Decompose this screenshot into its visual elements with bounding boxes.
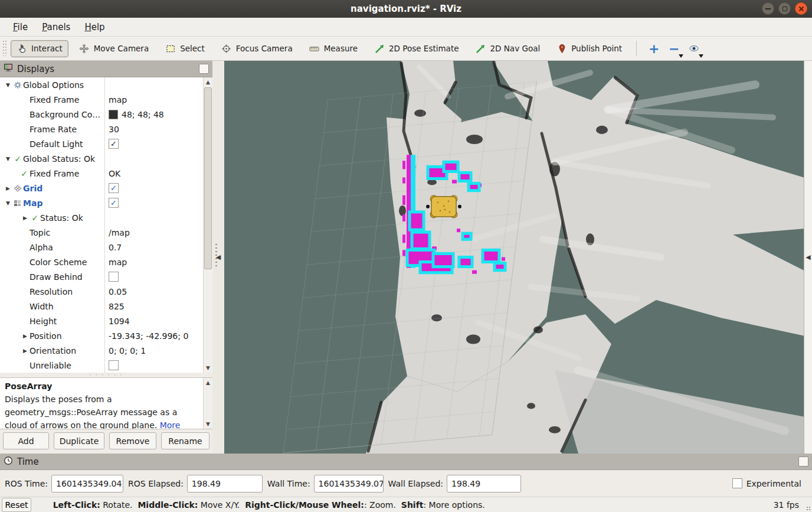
- wall-time-input[interactable]: [314, 475, 384, 493]
- tree-row-grid[interactable]: ▶ Grid ✓: [0, 181, 203, 195]
- menu-panels[interactable]: Panels: [36, 19, 76, 35]
- checkbox-checked[interactable]: ✓: [109, 183, 119, 193]
- add-button[interactable]: Add: [3, 432, 49, 449]
- tool-move-camera[interactable]: Move Camera: [73, 40, 155, 57]
- tree-row-width[interactable]: Width 825: [0, 299, 203, 314]
- checkbox-unchecked[interactable]: [109, 272, 119, 282]
- row-label: Alpha: [30, 243, 53, 252]
- tree-row-unreliable[interactable]: Unreliable: [0, 358, 203, 373]
- tree-row-position[interactable]: ▶ Position -19.343; -42.996; 0: [0, 328, 203, 343]
- remove-tool-button[interactable]: −: [664, 40, 684, 57]
- tool-label: Publish Point: [571, 44, 622, 53]
- color-swatch[interactable]: [109, 110, 118, 119]
- tool-interact[interactable]: Interact: [11, 40, 68, 57]
- tree-row-topic[interactable]: Topic /map: [0, 225, 203, 240]
- status-bar: Reset Left-Click: Rotate. Middle-Click: …: [0, 497, 812, 512]
- maximize-button[interactable]: [778, 2, 791, 15]
- time-panel-title: Time: [17, 456, 39, 467]
- tool-label: Move Camera: [94, 44, 149, 53]
- tool-2d-nav-goal[interactable]: 2D Nav Goal: [470, 40, 546, 57]
- wall-elapsed-input[interactable]: [447, 475, 521, 493]
- row-value[interactable]: map: [109, 257, 127, 267]
- scroll-up-icon[interactable]: ▲: [204, 77, 212, 87]
- tool-select[interactable]: Select: [159, 40, 211, 57]
- menu-help[interactable]: Help: [78, 19, 110, 35]
- tree-row-resolution[interactable]: Resolution 0.05: [0, 284, 203, 299]
- remove-button[interactable]: Remove: [109, 432, 156, 449]
- resize-grip[interactable]: [806, 506, 811, 511]
- ros-elapsed-input[interactable]: [187, 475, 263, 493]
- tool-measure[interactable]: Measure: [303, 40, 364, 57]
- expander-icon[interactable]: ▼: [4, 200, 12, 206]
- scroll-up-icon[interactable]: ▲: [204, 378, 212, 387]
- ros-time-input[interactable]: [51, 475, 123, 493]
- tree-row-background-color[interactable]: Background Co… 48; 48; 48: [0, 107, 203, 122]
- reset-button[interactable]: Reset: [2, 498, 31, 512]
- row-label: Global Options: [23, 80, 84, 90]
- row-label: Width: [30, 302, 54, 311]
- duplicate-button[interactable]: Duplicate: [54, 432, 104, 449]
- map-visualization: [224, 61, 804, 454]
- experimental-label: Experimental: [746, 479, 801, 488]
- checkbox-unchecked[interactable]: [109, 360, 119, 370]
- right-panel-collapse-strip[interactable]: ◀: [804, 61, 812, 454]
- tree-row-global-options[interactable]: ▼ Global Options: [0, 77, 203, 92]
- 3d-viewport[interactable]: [224, 61, 804, 454]
- tree-row-map-status[interactable]: ▶ ✓ Status: Ok: [0, 210, 203, 225]
- minimize-icon: [765, 8, 771, 9]
- description-scrollbar[interactable]: ▲ ▼: [203, 378, 212, 429]
- help-segment: Shift: [401, 500, 424, 510]
- monitor-icon: [4, 63, 13, 74]
- expander-icon[interactable]: ▼: [4, 82, 12, 88]
- tree-row-alpha[interactable]: Alpha 0.7: [0, 240, 203, 255]
- tool-focus-camera[interactable]: Focus Camera: [215, 40, 299, 57]
- scrollbar-thumb[interactable]: [204, 87, 212, 269]
- expander-icon[interactable]: ▼: [4, 156, 12, 162]
- row-label: Color Scheme: [30, 257, 87, 267]
- titlebar: navigation.rviz* - RViz: [0, 0, 812, 18]
- tree-row-fixed-frame[interactable]: Fixed Frame map: [0, 92, 203, 107]
- expander-icon[interactable]: ▶: [4, 185, 12, 191]
- tree-row-orientation[interactable]: ▶ Orientation 0; 0; 0; 1: [0, 343, 203, 358]
- checkbox-checked[interactable]: ✓: [109, 198, 119, 208]
- expander-icon[interactable]: ▶: [21, 215, 30, 221]
- tree-row-global-status[interactable]: ▼ ✓ Global Status: Ok: [0, 151, 203, 166]
- tool-publish-point[interactable]: Publish Point: [551, 40, 628, 57]
- menu-file[interactable]: File: [7, 19, 34, 35]
- panel-float-button[interactable]: [798, 456, 808, 467]
- tree-row-height[interactable]: Height 1094: [0, 314, 203, 328]
- interact-hand-icon: [17, 44, 27, 54]
- row-value[interactable]: 0.7: [109, 243, 122, 252]
- expander-icon[interactable]: ▶: [21, 348, 30, 354]
- toolbar-drag-handle[interactable]: [2, 41, 8, 56]
- minimize-button[interactable]: [762, 2, 774, 15]
- tree-row-color-scheme[interactable]: Color Scheme map: [0, 255, 203, 269]
- add-tool-button[interactable]: +: [644, 40, 664, 57]
- row-value[interactable]: 30: [109, 125, 119, 134]
- panel-view-splitter[interactable]: ◀: [212, 61, 224, 454]
- row-value[interactable]: /map: [109, 228, 130, 237]
- experimental-checkbox[interactable]: [732, 478, 742, 488]
- row-value[interactable]: map: [109, 95, 127, 105]
- tree-scrollbar[interactable]: ▲ ▼: [203, 77, 212, 373]
- collapse-left-icon[interactable]: ◀: [806, 253, 810, 261]
- close-button[interactable]: [795, 2, 807, 15]
- panel-float-button[interactable]: [199, 64, 209, 74]
- tree-row-map[interactable]: ▼ Map ✓: [0, 195, 203, 210]
- clock-icon: [4, 456, 13, 468]
- checkbox-checked[interactable]: ✓: [109, 139, 119, 149]
- tree-row-draw-behind[interactable]: Draw Behind: [0, 269, 203, 284]
- scroll-down-icon[interactable]: ▼: [204, 363, 212, 373]
- tree-row-frame-rate[interactable]: Frame Rate 30: [0, 122, 203, 136]
- scroll-down-icon[interactable]: ▼: [204, 419, 212, 429]
- row-value[interactable]: 48; 48; 48: [122, 110, 164, 119]
- row-label: Global Status: Ok: [23, 154, 95, 164]
- tree-row-default-light[interactable]: Default Light ✓: [0, 136, 203, 151]
- rename-button[interactable]: Rename: [161, 432, 209, 449]
- tool-2d-pose-estimate[interactable]: 2D Pose Estimate: [368, 40, 464, 57]
- panel-splitter-handle[interactable]: · · · · · ·: [0, 373, 212, 377]
- tool-visibility-button[interactable]: [684, 40, 704, 57]
- tree-row-fixed-frame-status[interactable]: ✓ Fixed Frame OK: [0, 166, 203, 181]
- help-segment: : Zoom.: [364, 500, 401, 510]
- expander-icon[interactable]: ▶: [21, 333, 30, 339]
